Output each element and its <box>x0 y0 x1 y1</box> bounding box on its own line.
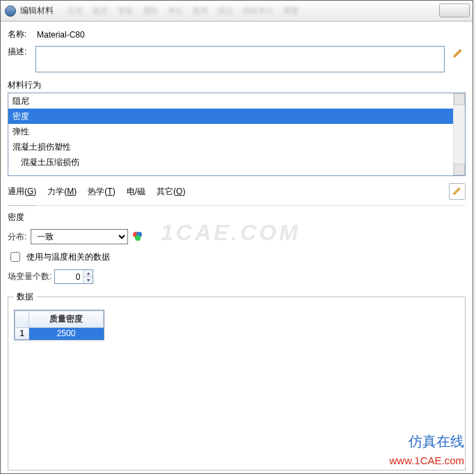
temperature-dependent-row: 使用与温度相关的数据 <box>8 250 466 264</box>
close-button[interactable] <box>439 3 470 17</box>
distribution-row: 分布: 一致 <box>8 229 466 244</box>
content-area: 名称: 描述: 材料行为 阻尼 密度 弹性 混凝土损伤塑性 混凝土压缩损伤 <box>1 22 473 473</box>
distribution-label: 分布: <box>8 231 26 243</box>
edit-description-button[interactable] <box>450 46 466 61</box>
app-icon <box>5 6 16 17</box>
temperature-dependent-label: 使用与温度相关的数据 <box>26 251 110 263</box>
create-field-button[interactable] <box>132 230 143 244</box>
titlebar: 编辑材料 总览 概览 变形 属性 单位 载荷 指定 特殊单位 测量 <box>1 1 473 22</box>
field-variable-count-row: 场变量个数: ▲ ▼ <box>8 269 466 284</box>
density-table[interactable]: 质量密度 1 2500 <box>14 310 104 340</box>
field-variable-count-label: 场变量个数: <box>8 271 51 283</box>
table-corner <box>15 311 29 328</box>
table-header-row: 质量密度 <box>15 311 104 328</box>
material-behaviors-list: 阻尼 密度 弹性 混凝土损伤塑性 混凝土压缩损伤 <box>8 93 466 176</box>
edit-behavior-button[interactable] <box>449 183 466 200</box>
behavior-item-elastic[interactable]: 弹性 <box>8 124 453 139</box>
behavior-item-compression-damage[interactable]: 混凝土压缩损伤 <box>8 155 453 170</box>
data-legend: 数据 <box>14 291 36 303</box>
pencil-icon <box>452 47 463 61</box>
menu-thermal[interactable]: 热学(T) <box>88 186 115 198</box>
column-mass-density[interactable]: 质量密度 <box>29 311 104 328</box>
material-menu-bar: 通用(G) 力学(M) 热学(T) 电/磁 其它(O) <box>8 183 466 200</box>
behaviors-list-area[interactable]: 阻尼 密度 弹性 混凝土损伤塑性 混凝土压缩损伤 <box>8 93 453 175</box>
material-behaviors-label: 材料行为 <box>8 79 466 91</box>
density-section-title: 密度 <box>8 212 466 223</box>
behavior-item-cdp[interactable]: 混凝土损伤塑性 <box>8 139 453 155</box>
scroll-down-icon[interactable] <box>454 164 465 175</box>
behavior-item-damping[interactable]: 阻尼 <box>8 93 453 109</box>
spinner-up-icon[interactable]: ▲ <box>84 270 93 277</box>
field-variable-spinner[interactable]: ▲ ▼ <box>54 269 93 284</box>
scroll-up-icon[interactable] <box>454 93 465 105</box>
spinner-down-icon[interactable]: ▼ <box>84 277 93 283</box>
menu-electromagnetic[interactable]: 电/磁 <box>127 186 145 198</box>
material-name-field[interactable] <box>35 29 466 40</box>
window-title: 编辑材料 <box>20 5 54 17</box>
color-field-icon <box>132 234 143 244</box>
svg-point-2 <box>135 235 141 241</box>
mass-density-cell[interactable]: 2500 <box>29 328 104 340</box>
temperature-dependent-checkbox[interactable] <box>10 252 20 262</box>
edit-material-dialog: 编辑材料 总览 概览 变形 属性 单位 载荷 指定 特殊单位 测量 名称: 描述… <box>0 0 473 474</box>
menu-mechanical[interactable]: 力学(M) <box>47 186 77 198</box>
data-group: 数据 质量密度 1 2500 <box>8 291 466 471</box>
row-index[interactable]: 1 <box>15 328 29 340</box>
behaviors-scrollbar[interactable] <box>453 93 465 175</box>
name-label: 名称: <box>8 29 35 40</box>
field-variable-input[interactable] <box>55 270 83 283</box>
pencil-icon <box>452 186 462 198</box>
menu-general[interactable]: 通用(G) <box>8 186 36 198</box>
description-row: 描述: <box>8 46 466 72</box>
blurred-background-menus: 总览 概览 变形 属性 单位 载荷 指定 特殊单位 测量 <box>68 6 299 16</box>
description-field[interactable] <box>35 46 445 72</box>
distribution-select[interactable]: 一致 <box>31 229 128 244</box>
behavior-item-density[interactable]: 密度 <box>8 109 453 124</box>
menu-other[interactable]: 其它(O) <box>157 186 185 198</box>
table-row[interactable]: 1 2500 <box>15 328 104 340</box>
description-label: 描述: <box>8 46 35 58</box>
separator <box>8 205 466 206</box>
name-row: 名称: <box>8 29 466 40</box>
